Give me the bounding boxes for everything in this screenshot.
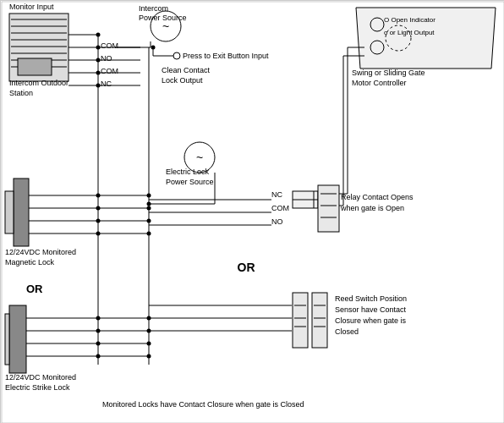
wiring-diagram xyxy=(0,0,504,423)
diagram-canvas xyxy=(1,1,504,423)
